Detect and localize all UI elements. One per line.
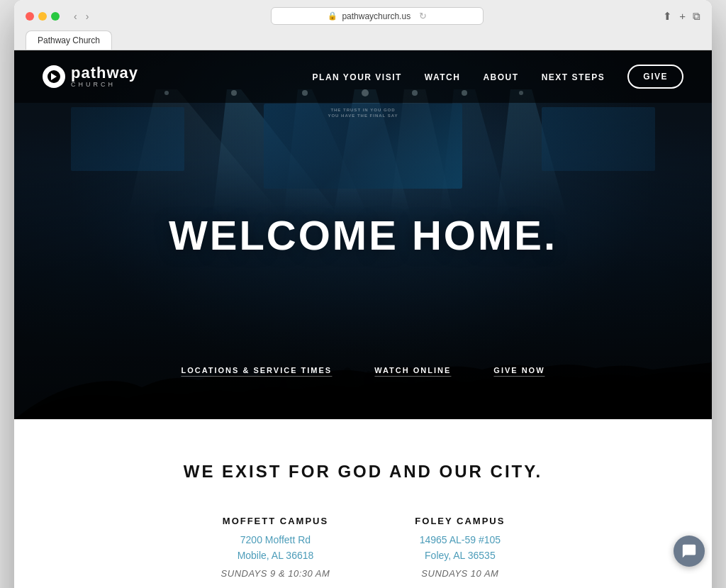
info-section: WE EXIST FOR GOD AND OUR CITY. MOFFETT C… <box>14 419 712 588</box>
hero-content: WELCOME HOME. <box>14 211 712 259</box>
campus-moffett-name: MOFFETT CAMPUS <box>221 516 330 526</box>
pathway-logo-mark <box>47 70 61 84</box>
campus-moffett: MOFFETT CAMPUS 7200 Moffett Rd Mobile, A… <box>221 516 330 579</box>
tabs-button[interactable]: ⧉ <box>693 10 700 23</box>
browser-window: ‹ › 🔒 pathwaychurch.us ↻ ⬆ + ⧉ Pathway C… <box>14 0 712 588</box>
nav-link-next-steps[interactable]: NEXT STEPS <box>542 72 605 82</box>
campus-moffett-times: SUNDAYS 9 & 10:30 AM <box>221 568 330 579</box>
nav-item-about[interactable]: ABOUT <box>483 70 518 83</box>
left-screen <box>71 107 184 171</box>
maximize-button[interactable] <box>51 12 60 21</box>
logo-text-block: pathway CHURCH <box>71 65 138 88</box>
close-button[interactable] <box>26 12 34 21</box>
give-button[interactable]: GIVE <box>627 65 683 89</box>
hero-title: WELCOME HOME. <box>14 211 712 259</box>
browser-tabs: Pathway Church <box>26 30 700 50</box>
nav-item-next-steps[interactable]: NEXT STEPS <box>542 70 605 83</box>
campus-foley-address[interactable]: 14965 AL-59 #105 Foley, AL 36535 <box>415 532 505 564</box>
crowd-silhouette-svg <box>14 277 712 419</box>
chat-icon <box>681 543 697 559</box>
back-button[interactable]: ‹ <box>71 9 80 23</box>
logo-icon <box>43 65 65 88</box>
url-text: pathwaychurch.us <box>342 11 411 21</box>
campus-moffett-address[interactable]: 7200 Moffett Rd Mobile, AL 36618 <box>221 532 330 564</box>
campus-foley-address-line2: Foley, AL 36535 <box>425 550 496 561</box>
new-tab-button[interactable]: + <box>679 10 686 22</box>
nav-links-list: PLAN YOUR VISIT WATCH ABOUT NEXT STEPS G <box>313 65 683 89</box>
lock-icon: 🔒 <box>328 11 337 21</box>
nav-link-watch[interactable]: WATCH <box>425 72 461 82</box>
browser-chrome: ‹ › 🔒 pathwaychurch.us ↻ ⬆ + ⧉ Pathway C… <box>14 0 712 50</box>
address-bar[interactable]: 🔒 pathwaychurch.us ↻ <box>271 7 484 25</box>
minimize-button[interactable] <box>38 12 47 21</box>
logo-name: pathway <box>71 65 138 81</box>
campus-foley-times: SUNDAYS 10 AM <box>415 568 505 579</box>
give-now-link[interactable]: GIVE NOW <box>493 366 544 377</box>
browser-titlebar: ‹ › 🔒 pathwaychurch.us ↻ ⬆ + ⧉ <box>26 7 700 25</box>
hero-nav: pathway CHURCH PLAN YOUR VISIT WATCH ABO <box>14 50 712 103</box>
campus-foley: FOLEY CAMPUS 14965 AL-59 #105 Foley, AL … <box>415 516 505 579</box>
active-tab[interactable]: Pathway Church <box>26 30 112 50</box>
stage-screen-text: THE TRUST IN YOU GOD YOU HAVE THE FINAL … <box>285 107 441 119</box>
share-button[interactable]: ⬆ <box>663 10 672 23</box>
watch-online-link[interactable]: WATCH ONLINE <box>374 366 451 377</box>
forward-button[interactable]: › <box>83 9 92 23</box>
browser-actions: ⬆ + ⧉ <box>663 10 700 23</box>
reload-icon[interactable]: ↻ <box>419 11 427 21</box>
nav-item-give[interactable]: GIVE <box>627 65 683 89</box>
address-bar-wrap: 🔒 pathwaychurch.us ↻ <box>97 7 657 25</box>
site-content: THE TRUST IN YOU GOD YOU HAVE THE FINAL … <box>14 50 712 588</box>
nav-link-about[interactable]: ABOUT <box>483 72 518 82</box>
chat-button[interactable] <box>674 536 705 567</box>
nav-item-watch[interactable]: WATCH <box>425 70 461 83</box>
campus-moffett-address-line2: Mobile, AL 36618 <box>238 550 314 561</box>
main-nav: PLAN YOUR VISIT WATCH ABOUT NEXT STEPS G <box>313 65 683 89</box>
right-screen <box>542 107 655 171</box>
browser-controls: ‹ › <box>71 9 91 23</box>
campus-grid: MOFFETT CAMPUS 7200 Moffett Rd Mobile, A… <box>43 516 683 579</box>
nav-item-plan-your-visit[interactable]: PLAN YOUR VISIT <box>313 70 402 83</box>
logo-sub: CHURCH <box>71 81 138 88</box>
campus-moffett-address-line1: 7200 Moffett Rd <box>240 534 311 545</box>
campus-foley-address-line1: 14965 AL-59 #105 <box>420 534 501 545</box>
locations-link[interactable]: LOCATIONS & SERVICE TIMES <box>181 366 332 377</box>
traffic-lights <box>26 12 60 21</box>
site-logo[interactable]: pathway CHURCH <box>43 65 138 88</box>
hero-ctas: LOCATIONS & SERVICE TIMES WATCH ONLINE G… <box>181 366 544 377</box>
nav-link-plan-your-visit[interactable]: PLAN YOUR VISIT <box>313 72 402 82</box>
campus-foley-name: FOLEY CAMPUS <box>415 516 505 526</box>
hero-section: THE TRUST IN YOU GOD YOU HAVE THE FINAL … <box>14 50 712 419</box>
info-tagline: WE EXIST FOR GOD AND OUR CITY. <box>43 462 683 482</box>
